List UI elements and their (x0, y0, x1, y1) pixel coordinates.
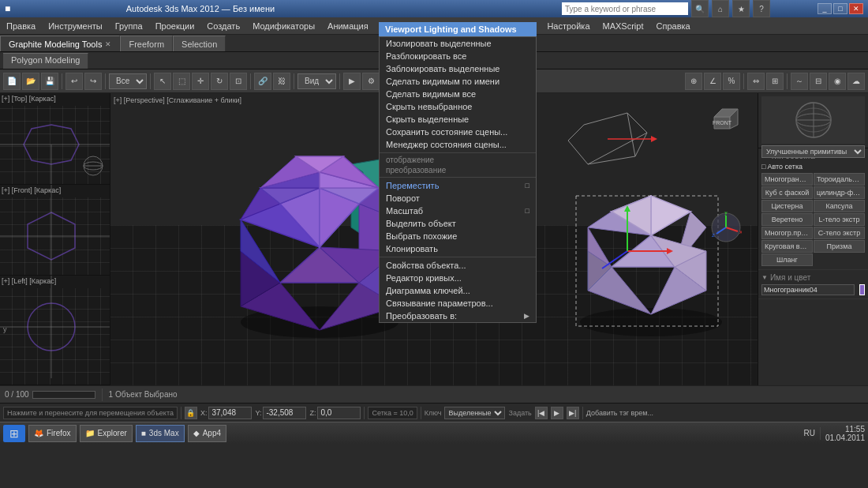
lock-btn[interactable]: 🔒 (185, 407, 197, 419)
percent-snap-btn[interactable]: % (723, 73, 740, 90)
context-menu-header[interactable]: Viewport Lighting and Shadows (379, 22, 537, 36)
menu-group[interactable]: Группа (109, 17, 149, 34)
filter-dropdown[interactable]: Все (109, 73, 147, 89)
ctx-rotate[interactable]: Поворот (380, 192, 536, 205)
obj-type-torus-knot[interactable]: Тороидальный (814, 173, 865, 186)
ctx-move[interactable]: Переместить □ (380, 179, 536, 192)
viewport-dropdown[interactable]: Вид (297, 73, 336, 89)
y-coord-input[interactable] (263, 407, 306, 419)
menu-tools[interactable]: Инструменты (42, 17, 109, 34)
menu-help[interactable]: Справка (650, 17, 697, 34)
star-button[interactable]: ★ (732, 0, 750, 17)
ctx-isolate[interactable]: Изолировать выделенные (380, 37, 536, 50)
scale-btn[interactable]: ⊡ (230, 73, 247, 90)
obj-type-chamfer-cyl[interactable]: цилиндр-фаска (814, 186, 865, 199)
link-btn[interactable]: 🔗 (254, 73, 271, 90)
play-btn[interactable]: ▶ (551, 407, 563, 419)
tab-selection[interactable]: Selection (173, 36, 226, 51)
viewport-front[interactable]: [+] [Front] [Каркас] (0, 185, 110, 276)
menu-customize[interactable]: Настройка (541, 17, 596, 34)
rotate-btn[interactable]: ↻ (211, 73, 228, 90)
undo-btn[interactable]: ↩ (65, 73, 83, 90)
material-editor-btn[interactable]: ◉ (829, 73, 846, 90)
search-button[interactable]: 🔍 (691, 0, 709, 17)
tab-close-graphite[interactable]: ✕ (105, 40, 111, 48)
angle-snap-btn[interactable]: ∠ (704, 73, 721, 90)
minimize-button[interactable]: _ (817, 3, 832, 14)
ctx-curve-editor[interactable]: Редактор кривых... (380, 272, 536, 284)
ctx-unhide-by-name[interactable]: Сделать видимым по имени (380, 75, 536, 88)
object-name-input[interactable] (761, 284, 855, 295)
save-btn[interactable]: 💾 (41, 73, 58, 90)
ctx-object-properties[interactable]: Свойства объекта... (380, 259, 536, 272)
render-setup-btn[interactable]: ⚙ (362, 73, 380, 90)
taskbar-3dsmax[interactable]: ■ 3ds Max (136, 425, 185, 442)
ctx-scale[interactable]: Масштаб □ (380, 205, 536, 217)
menu-views[interactable]: Проекции (149, 17, 201, 34)
obj-type-ringwave[interactable]: Круговая волн (761, 240, 813, 253)
render-btn[interactable]: ▶ (343, 73, 361, 90)
obj-type-polyhedron[interactable]: Многогранник (761, 173, 813, 186)
tab-graphite[interactable]: Graphite Modeling Tools ✕ (0, 36, 120, 51)
menu-edit[interactable]: Правка (0, 17, 42, 34)
ctx-hide-selected[interactable]: Скрыть выделенные (380, 113, 536, 126)
redo-btn[interactable]: ↪ (84, 73, 102, 90)
z-coord-input[interactable] (317, 407, 361, 419)
ctx-select-object[interactable]: Выделить объект (380, 217, 536, 230)
ctx-convert-to[interactable]: Преобразовать в: ▶ (380, 310, 536, 322)
obj-type-hose[interactable]: Шланг (761, 253, 813, 266)
align-btn[interactable]: ⊞ (766, 73, 784, 90)
ctx-freeze-selected[interactable]: Заблокировать выделенные (380, 62, 536, 75)
polygon-modeling-button[interactable]: Polygon Modeling (3, 53, 88, 69)
obj-type-prism[interactable]: Призма (814, 240, 865, 253)
new-btn[interactable]: 📄 (3, 73, 21, 90)
home-button[interactable]: ⌂ (712, 0, 729, 17)
curve-editor-btn[interactable]: ～ (791, 73, 808, 90)
viewport-left[interactable]: [+] [Left] [Каркас] y (0, 276, 110, 385)
taskbar-app4[interactable]: ◆ App4 (188, 425, 226, 442)
viewport-top[interactable]: [+] [Top] [Каркас] (0, 93, 110, 185)
menu-create[interactable]: Создать (200, 17, 246, 34)
obj-type-l-ext[interactable]: L-тело экстр (814, 213, 865, 226)
ctx-unfreeze-all[interactable]: Разблокировать все (380, 50, 536, 62)
ctx-clone[interactable]: Клонировать (380, 242, 536, 255)
ctx-select-similar[interactable]: Выбрать похожие (380, 230, 536, 242)
close-button[interactable]: ✕ (849, 3, 863, 14)
render-env-btn[interactable]: ☁ (847, 73, 865, 90)
taskbar-explorer[interactable]: 📁 Explorer (80, 425, 133, 442)
prev-frame-btn[interactable]: |◀ (535, 407, 548, 419)
taskbar-firefox[interactable]: 🦊 Firefox (28, 425, 77, 442)
color-swatch[interactable] (859, 284, 865, 295)
tab-freeform[interactable]: Freeform (120, 36, 173, 51)
obj-type-spindle[interactable]: Веретено (761, 213, 813, 226)
ctx-unhide-all[interactable]: Сделать видимым все (380, 88, 536, 100)
obj-type-capsule[interactable]: Капсула (814, 200, 865, 212)
ctx-scene-state-manager[interactable]: Менеджер состояния сцены... (380, 138, 536, 151)
mirror-btn[interactable]: ⇔ (747, 73, 765, 90)
ctx-wire-parameters[interactable]: Связывание параметров... (380, 297, 536, 310)
open-btn[interactable]: 📂 (22, 73, 39, 90)
select-btn[interactable]: ↖ (154, 73, 171, 90)
schematic-btn[interactable]: ⊟ (810, 73, 827, 90)
next-frame-btn[interactable]: ▶| (567, 407, 579, 419)
search-input[interactable] (562, 2, 688, 15)
menu-modifiers[interactable]: Модификаторы (246, 17, 321, 34)
maximize-button[interactable]: □ (833, 3, 847, 14)
x-coord-input[interactable] (208, 407, 252, 419)
obj-type-gengon[interactable]: Многогр.призма (761, 227, 813, 239)
move-btn[interactable]: ✛ (192, 73, 209, 90)
menu-animation[interactable]: Анимация (321, 17, 375, 34)
ctx-hide-unselected[interactable]: Скрыть невыбранное (380, 100, 536, 113)
help-button[interactable]: ? (753, 0, 770, 17)
obj-type-c-ext[interactable]: С-тело экстр (814, 227, 865, 239)
obj-type-oil-tank[interactable]: Цистерна (761, 200, 813, 212)
obj-type-chamfer-box[interactable]: Куб с фаской (761, 186, 813, 199)
select-region-btn[interactable]: ⬚ (173, 73, 190, 90)
menu-maxscript[interactable]: MAXScript (597, 17, 650, 34)
start-button[interactable]: ⊞ (3, 425, 25, 442)
snap-btn[interactable]: ⊕ (685, 73, 702, 90)
unlink-btn[interactable]: ⛓ (273, 73, 290, 90)
ctx-dope-sheet[interactable]: Диаграмма ключей... (380, 284, 536, 297)
navigation-cube[interactable]: FRONT (702, 101, 742, 141)
ctx-save-scene-state[interactable]: Сохранить состояние сцены... (380, 126, 536, 138)
